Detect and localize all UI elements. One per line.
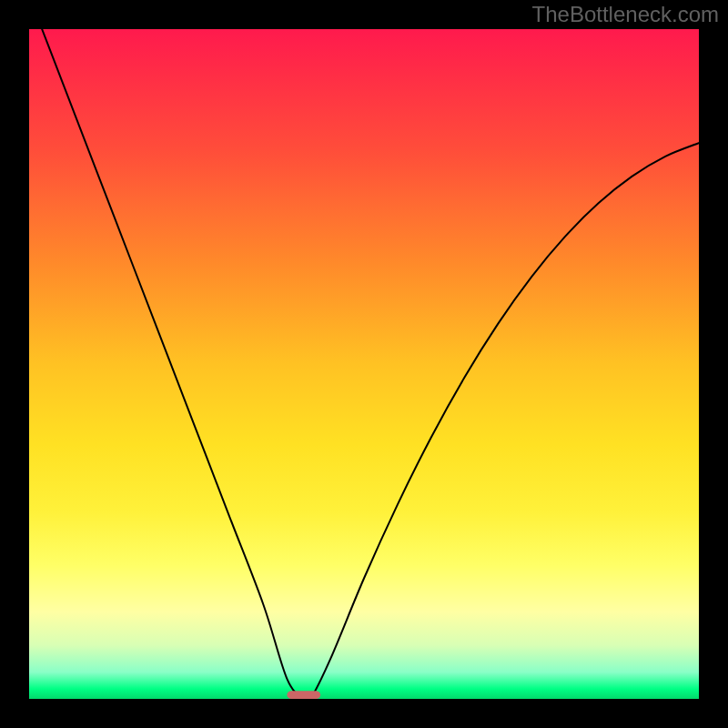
bottleneck-curve: [29, 29, 699, 699]
optimal-point-marker: [287, 691, 320, 699]
watermark-text: TheBottleneck.com: [532, 2, 719, 27]
chart-frame: TheBottleneck.com: [0, 0, 728, 728]
plot-area: [29, 29, 699, 699]
bottleneck-chart: [29, 29, 699, 699]
